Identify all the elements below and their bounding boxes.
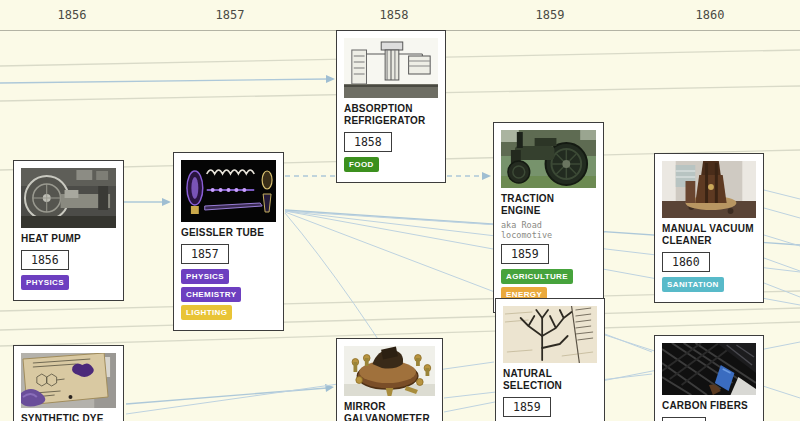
card-synthetic-dye[interactable]: SYNTHETIC DYE xyxy=(13,345,124,421)
invention-year: 1859 xyxy=(501,244,549,264)
invention-title: SYNTHETIC DYE xyxy=(21,413,116,421)
traction-engine-image xyxy=(501,130,596,188)
card-heat-pump[interactable]: HEAT PUMP 1856 PHYSICS xyxy=(13,160,124,301)
card-absorption-refrigerator[interactable]: ABSORPTION REFRIGERATOR 1858 FOOD xyxy=(336,30,446,183)
geissler-tube-image xyxy=(181,160,276,222)
heat-pump-image xyxy=(21,168,116,228)
mirror-galvanometer-image xyxy=(344,346,435,396)
manual-vacuum-cleaner-image xyxy=(662,161,756,218)
absorption-refrigerator-image xyxy=(344,38,438,98)
natural-selection-image xyxy=(503,306,597,363)
card-mirror-galvanometer[interactable]: MIRROR GALVANOMETER xyxy=(336,338,443,421)
invention-title: HEAT PUMP xyxy=(21,233,116,245)
tag-sanitation[interactable]: SANITATION xyxy=(662,277,724,292)
invention-title: GEISSLER TUBE xyxy=(181,227,276,239)
tag-lighting[interactable]: LIGHTING xyxy=(181,305,232,320)
invention-title: MANUAL VACUUM CLEANER xyxy=(662,223,756,247)
carbon-fibers-image xyxy=(662,343,756,395)
tag-physics[interactable]: PHYSICS xyxy=(181,269,229,284)
card-carbon-fibers[interactable]: CARBON FIBERS xyxy=(654,335,764,421)
card-natural-selection[interactable]: NATURAL SELECTION 1859 xyxy=(495,298,605,421)
invention-title: ABSORPTION REFRIGERATOR xyxy=(344,103,438,127)
tag-chemistry[interactable]: CHEMISTRY xyxy=(181,287,241,302)
card-geissler-tube[interactable]: GEISSLER TUBE 1857 PHYSICSCHEMISTRYLIGHT… xyxy=(173,152,284,331)
card-manual-vacuum-cleaner[interactable]: MANUAL VACUUM CLEANER 1860 SANITATION xyxy=(654,153,764,303)
tag-agriculture[interactable]: AGRICULTURE xyxy=(501,269,573,284)
synthetic-dye-image xyxy=(21,353,116,408)
invention-year xyxy=(662,417,706,421)
invention-year: 1857 xyxy=(181,244,229,264)
card-traction-engine[interactable]: TRACTION ENGINE aka Road locomotive 1859… xyxy=(493,122,604,313)
invention-year: 1856 xyxy=(21,250,69,270)
invention-year: 1860 xyxy=(662,252,710,272)
invention-year: 1858 xyxy=(344,132,392,152)
tag-food[interactable]: FOOD xyxy=(344,157,379,172)
invention-year: 1859 xyxy=(503,397,551,417)
invention-title: NATURAL SELECTION xyxy=(503,368,597,392)
tag-physics[interactable]: PHYSICS xyxy=(21,275,69,290)
invention-title: MIRROR GALVANOMETER xyxy=(344,401,435,421)
timeline-canvas[interactable]: 1856 1857 1858 1859 1860 xyxy=(0,0,800,421)
invention-title: CARBON FIBERS xyxy=(662,400,756,412)
invention-title: TRACTION ENGINE xyxy=(501,193,596,217)
invention-subtitle: aka Road locomotive xyxy=(501,220,596,240)
